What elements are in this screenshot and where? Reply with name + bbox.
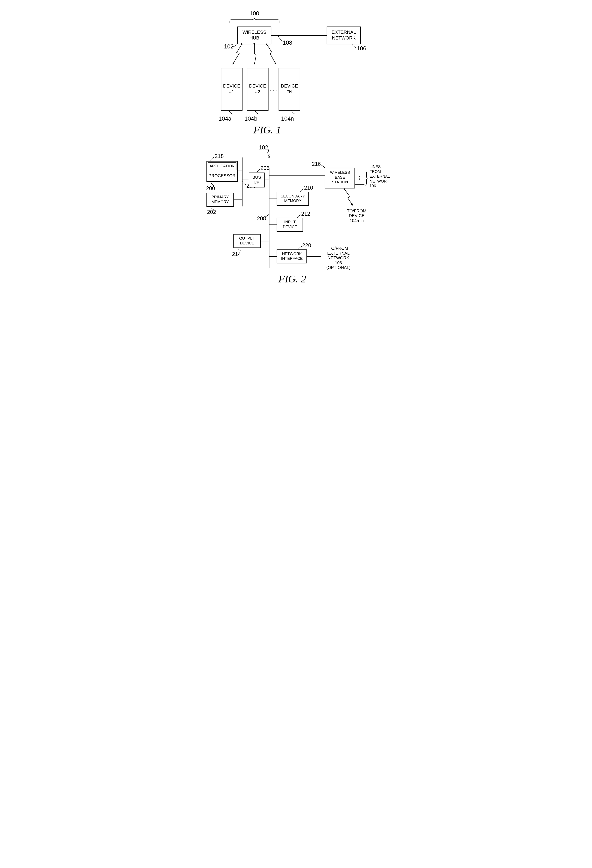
svg-text:NETWORK: NETWORK bbox=[282, 252, 302, 256]
ext-l1: EXTERNAL bbox=[332, 30, 356, 35]
svg-text:BASE: BASE bbox=[335, 175, 345, 180]
svg-text:106: 106 bbox=[369, 184, 376, 188]
input-device-box: INPUT DEVICE 212 bbox=[269, 211, 310, 232]
svg-text:#N: #N bbox=[286, 89, 292, 94]
fig1-title: FIG. 1 bbox=[253, 124, 281, 136]
figure-1: 100 WIRELESS HUB 102 EXTERNAL NETWORK 10… bbox=[218, 10, 366, 136]
ref-102b: 102 bbox=[259, 144, 268, 151]
device-1: DEVICE #1 104a bbox=[218, 68, 242, 122]
output-device-box: OUTPUT DEVICE 214 bbox=[232, 235, 269, 257]
svg-text:206: 206 bbox=[260, 165, 269, 171]
svg-text:200: 200 bbox=[206, 185, 215, 191]
svg-text:214: 214 bbox=[232, 251, 241, 257]
svg-text:EXTERNAL: EXTERNAL bbox=[369, 174, 390, 179]
svg-text:APPLICATION: APPLICATION bbox=[209, 164, 235, 168]
fig2-title: FIG. 2 bbox=[278, 273, 306, 285]
device-2: DEVICE #2 104b bbox=[244, 68, 268, 122]
rf-arrows bbox=[233, 45, 276, 64]
svg-text:212: 212 bbox=[301, 211, 310, 217]
svg-text:DEVICE: DEVICE bbox=[349, 213, 364, 218]
svg-line-8 bbox=[270, 54, 276, 65]
rf-arrow-wbs: TO/FROM DEVICE 104a–n bbox=[345, 190, 366, 223]
svg-text:PRIMARY: PRIMARY bbox=[211, 195, 229, 199]
svg-line-7 bbox=[270, 53, 272, 54]
primary-memory-box: PRIMARY MEMORY 202 bbox=[207, 193, 242, 215]
svg-point-48 bbox=[359, 178, 360, 179]
svg-text:DEVICE: DEVICE bbox=[223, 83, 240, 89]
svg-text:210: 210 bbox=[304, 185, 313, 190]
svg-point-47 bbox=[359, 176, 360, 177]
svg-text:106: 106 bbox=[335, 260, 342, 265]
svg-line-1 bbox=[237, 53, 240, 53]
svg-text:#1: #1 bbox=[229, 89, 234, 94]
ref-102: 102 bbox=[224, 43, 234, 50]
diagram-svg: 100 WIRELESS HUB 102 EXTERNAL NETWORK 10… bbox=[200, 9, 392, 291]
svg-text:WIRELESS: WIRELESS bbox=[330, 170, 350, 175]
svg-text:DEVICE: DEVICE bbox=[249, 83, 266, 89]
svg-text:BUS: BUS bbox=[252, 175, 261, 180]
svg-text:TO/FROM: TO/FROM bbox=[347, 208, 366, 213]
svg-text:104b: 104b bbox=[244, 115, 257, 122]
svg-text:TO/FROM: TO/FROM bbox=[329, 246, 348, 251]
svg-text:#2: #2 bbox=[255, 89, 260, 94]
svg-line-0 bbox=[237, 45, 241, 53]
svg-text:DEVICE: DEVICE bbox=[240, 241, 254, 245]
figure-2: 102 204 208 APPLICATION PROCESSOR 218 20… bbox=[206, 144, 390, 285]
svg-line-56 bbox=[348, 197, 350, 198]
svg-text:104n: 104n bbox=[281, 115, 294, 122]
device-n: DEVICE #N 104n bbox=[279, 68, 300, 122]
svg-text:104a: 104a bbox=[218, 115, 231, 122]
to-from-external: TO/FROM EXTERNAL NETWORK 106 (OPTIONAL) bbox=[326, 246, 350, 270]
ref-108: 108 bbox=[283, 40, 292, 46]
svg-text:NETWORK: NETWORK bbox=[327, 255, 349, 260]
svg-text:I/F: I/F bbox=[254, 180, 259, 185]
network-interface-box: NETWORK INTERFACE 220 bbox=[269, 242, 321, 263]
svg-text:220: 220 bbox=[302, 242, 311, 248]
processor-box: APPLICATION PROCESSOR 218 200 bbox=[206, 153, 242, 191]
svg-line-4 bbox=[254, 54, 256, 55]
svg-text:OUTPUT: OUTPUT bbox=[239, 236, 255, 241]
svg-line-5 bbox=[254, 55, 256, 64]
svg-text:EXTERNAL: EXTERNAL bbox=[327, 251, 349, 255]
svg-text:NETWORK: NETWORK bbox=[369, 179, 389, 183]
ref-106: 106 bbox=[357, 45, 366, 52]
svg-text:MEMORY: MEMORY bbox=[284, 199, 302, 203]
svg-text:SECONDARY: SECONDARY bbox=[281, 194, 305, 198]
svg-text:DEVICE: DEVICE bbox=[283, 225, 297, 229]
svg-text:104a–n: 104a–n bbox=[349, 218, 364, 223]
svg-text:DEVICE: DEVICE bbox=[281, 83, 298, 89]
svg-text:216: 216 bbox=[312, 161, 321, 167]
wireless-hub-l1: WIRELESS bbox=[242, 30, 266, 35]
external-lines: LINES FROM EXTERNAL NETWORK 106 bbox=[355, 165, 390, 188]
ref-100: 100 bbox=[250, 10, 259, 17]
secondary-memory-box: SECONDARY MEMORY 210 bbox=[269, 185, 313, 205]
ref-208: 208 bbox=[257, 216, 266, 221]
ext-l2: NETWORK bbox=[332, 35, 356, 41]
svg-text:202: 202 bbox=[207, 209, 216, 215]
svg-point-49 bbox=[359, 179, 360, 180]
svg-line-57 bbox=[348, 198, 353, 205]
svg-line-55 bbox=[345, 190, 350, 197]
svg-line-2 bbox=[233, 53, 240, 64]
svg-text:MEMORY: MEMORY bbox=[212, 200, 229, 204]
svg-text:FROM: FROM bbox=[369, 170, 381, 174]
svg-text:STATION: STATION bbox=[332, 180, 348, 184]
svg-text:218: 218 bbox=[215, 153, 223, 159]
svg-text:PROCESSOR: PROCESSOR bbox=[209, 173, 235, 178]
svg-text:LINES: LINES bbox=[369, 165, 380, 169]
svg-text:(OPTIONAL): (OPTIONAL) bbox=[326, 265, 350, 270]
svg-text:INPUT: INPUT bbox=[284, 220, 296, 224]
wireless-base-station-box: WIRELESS BASE STATION 216 bbox=[312, 161, 355, 188]
svg-text:INTERFACE: INTERFACE bbox=[281, 256, 302, 261]
svg-line-6 bbox=[267, 45, 272, 53]
wireless-hub-l2: HUB bbox=[249, 35, 259, 41]
ellipsis: . . . bbox=[270, 86, 277, 92]
